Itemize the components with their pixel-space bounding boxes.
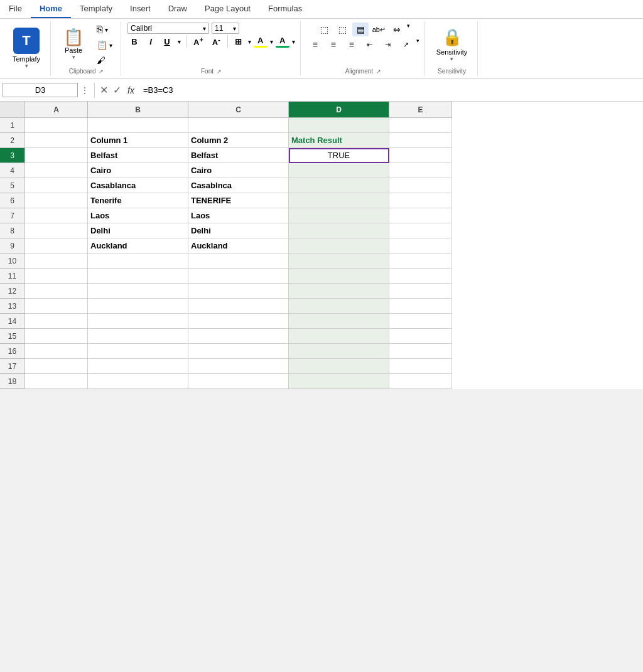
cell-d18[interactable] bbox=[289, 374, 389, 389]
cell-b1[interactable] bbox=[88, 118, 188, 133]
confirm-icon[interactable]: ✓ bbox=[113, 84, 121, 96]
underline-button[interactable]: U bbox=[160, 36, 174, 47]
row-header-10[interactable]: 10 bbox=[0, 253, 25, 269]
cell-a3[interactable] bbox=[25, 148, 88, 163]
merge-button[interactable]: ⇔ bbox=[389, 23, 405, 36]
cell-b17[interactable] bbox=[88, 359, 188, 374]
font-size-selector[interactable]: 11 ▾ bbox=[212, 23, 239, 34]
cell-c4[interactable]: Cairo bbox=[188, 163, 289, 178]
cell-e17[interactable] bbox=[389, 359, 452, 374]
sensitivity-button[interactable]: 🔒 Sensitivity ▾ bbox=[431, 25, 473, 65]
cell-d7[interactable] bbox=[289, 208, 389, 223]
cell-e11[interactable] bbox=[389, 269, 452, 284]
bold-button[interactable]: B bbox=[127, 36, 141, 47]
cell-e15[interactable] bbox=[389, 329, 452, 344]
wrap-text-button[interactable]: ab↵ bbox=[370, 23, 387, 36]
cell-c10[interactable] bbox=[188, 253, 289, 269]
increase-indent-button[interactable]: ⇥ bbox=[380, 38, 396, 51]
cell-a13[interactable] bbox=[25, 299, 88, 314]
row-header-16[interactable]: 16 bbox=[0, 344, 25, 359]
align-left-button[interactable]: ≡ bbox=[307, 38, 323, 51]
cell-d6[interactable] bbox=[289, 193, 389, 208]
cell-c11[interactable] bbox=[188, 269, 289, 284]
cell-c6[interactable]: TENERIFE bbox=[188, 193, 289, 208]
tab-insert[interactable]: Insert bbox=[121, 0, 159, 18]
copy-button[interactable]: ⎘ ▾ bbox=[94, 23, 116, 36]
cell-a6[interactable] bbox=[25, 193, 88, 208]
cell-a15[interactable] bbox=[25, 329, 88, 344]
cell-d2[interactable]: Match Result bbox=[289, 133, 389, 148]
col-header-c[interactable]: C bbox=[188, 102, 289, 118]
col-header-e[interactable]: E bbox=[389, 102, 452, 118]
border-button[interactable]: ⊞ bbox=[232, 36, 246, 47]
row-header-12[interactable]: 12 bbox=[0, 284, 25, 299]
cell-b7[interactable]: Laos bbox=[88, 208, 188, 223]
alignment-expand-icon[interactable]: ↗ bbox=[376, 68, 381, 75]
row-header-1[interactable]: 1 bbox=[0, 118, 25, 133]
cell-b15[interactable] bbox=[88, 329, 188, 344]
cell-e6[interactable] bbox=[389, 193, 452, 208]
col-header-a[interactable]: A bbox=[25, 102, 88, 118]
cell-d15[interactable] bbox=[289, 329, 389, 344]
cell-a1[interactable] bbox=[25, 118, 88, 133]
tab-file[interactable]: File bbox=[0, 0, 31, 18]
cell-b3[interactable]: Belfast bbox=[88, 148, 188, 163]
align-right-button[interactable]: ≡ bbox=[343, 38, 360, 51]
cell-a10[interactable] bbox=[25, 253, 88, 269]
shrink-font-button[interactable]: A- bbox=[209, 35, 224, 48]
cell-e18[interactable] bbox=[389, 374, 452, 389]
formula-input[interactable] bbox=[141, 84, 640, 96]
cell-b13[interactable] bbox=[88, 299, 188, 314]
row-header-4[interactable]: 4 bbox=[0, 163, 25, 178]
tab-home[interactable]: Home bbox=[31, 0, 71, 18]
row-header-8[interactable]: 8 bbox=[0, 223, 25, 238]
fill-dropdown-icon[interactable]: ▾ bbox=[270, 38, 273, 45]
cell-d5[interactable] bbox=[289, 178, 389, 193]
tab-templafy[interactable]: Templafy bbox=[71, 0, 121, 18]
decrease-indent-button[interactable]: ⇤ bbox=[362, 38, 378, 51]
orientation-button[interactable]: ↗ bbox=[398, 38, 414, 51]
cell-b2[interactable]: Column 1 bbox=[88, 133, 188, 148]
cell-c1[interactable] bbox=[188, 118, 289, 133]
cell-e5[interactable] bbox=[389, 178, 452, 193]
underline-dropdown-icon[interactable]: ▾ bbox=[178, 38, 181, 45]
cell-b6[interactable]: Tenerife bbox=[88, 193, 188, 208]
cell-e16[interactable] bbox=[389, 344, 452, 359]
format-painter-button[interactable]: 🖌 bbox=[94, 54, 116, 67]
cell-e14[interactable] bbox=[389, 314, 452, 329]
cell-c12[interactable] bbox=[188, 284, 289, 299]
row-header-9[interactable]: 9 bbox=[0, 238, 25, 253]
cell-e9[interactable] bbox=[389, 238, 452, 253]
cell-c13[interactable] bbox=[188, 299, 289, 314]
cancel-icon[interactable]: ✕ bbox=[100, 84, 108, 96]
cell-d12[interactable] bbox=[289, 284, 389, 299]
cell-a9[interactable] bbox=[25, 238, 88, 253]
cell-d13[interactable] bbox=[289, 299, 389, 314]
align-center-button[interactable]: ≡ bbox=[325, 38, 342, 51]
cell-a17[interactable] bbox=[25, 359, 88, 374]
cell-c17[interactable] bbox=[188, 359, 289, 374]
cell-d8[interactable] bbox=[289, 223, 389, 238]
tab-formulas[interactable]: Formulas bbox=[259, 0, 311, 18]
clipboard-format-button[interactable]: 📋 ▾ bbox=[94, 39, 116, 51]
cell-b8[interactable]: Delhi bbox=[88, 223, 188, 238]
cell-c5[interactable]: Casablnca bbox=[188, 178, 289, 193]
cell-d10[interactable] bbox=[289, 253, 389, 269]
row-header-18[interactable]: 18 bbox=[0, 374, 25, 389]
cell-b18[interactable] bbox=[88, 374, 188, 389]
cell-c15[interactable] bbox=[188, 329, 289, 344]
cell-b14[interactable] bbox=[88, 314, 188, 329]
row-header-3[interactable]: 3 bbox=[0, 148, 25, 163]
cell-b12[interactable] bbox=[88, 284, 188, 299]
templafy-button[interactable]: T Templafy ▾ bbox=[8, 25, 45, 72]
cell-e7[interactable] bbox=[389, 208, 452, 223]
row-header-6[interactable]: 6 bbox=[0, 193, 25, 208]
font-name-selector[interactable]: Calibri ▾ bbox=[127, 23, 209, 34]
row-header-11[interactable]: 11 bbox=[0, 269, 25, 284]
cell-e10[interactable] bbox=[389, 253, 452, 269]
merge-dropdown-icon[interactable]: ▾ bbox=[407, 23, 410, 36]
row-header-15[interactable]: 15 bbox=[0, 329, 25, 344]
cell-e12[interactable] bbox=[389, 284, 452, 299]
cell-e1[interactable] bbox=[389, 118, 452, 133]
tab-draw[interactable]: Draw bbox=[159, 0, 196, 18]
